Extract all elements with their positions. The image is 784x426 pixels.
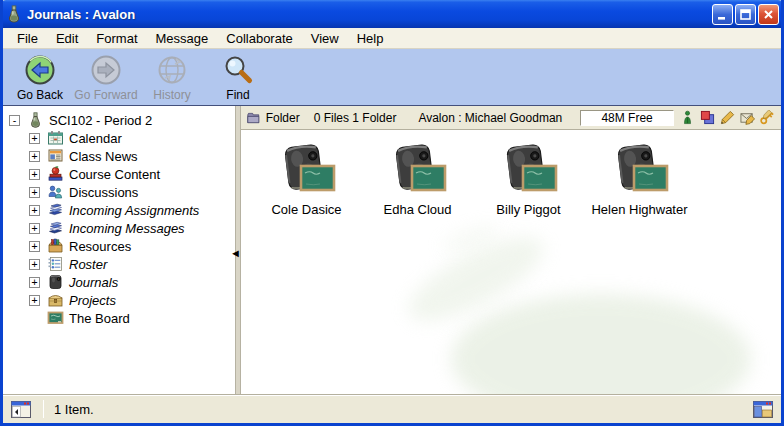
title-bar[interactable]: Journals : Avalon — [0, 0, 784, 28]
calendar-icon — [47, 130, 64, 146]
toggle-detail-pane-icon[interactable] — [753, 401, 773, 418]
folder-counts: 0 Files 1 Folder — [314, 111, 397, 125]
maximize-icon — [739, 8, 752, 21]
tree-item[interactable]: + Resources — [3, 237, 235, 255]
journal-book-icon — [500, 144, 558, 196]
close-icon — [762, 8, 775, 21]
free-space-indicator: 48M Free — [580, 110, 674, 126]
menu-item[interactable]: View — [302, 29, 348, 48]
tree-item[interactable]: + Projects — [3, 291, 235, 309]
journal-item[interactable]: Helen Highwater — [584, 144, 695, 217]
expand-icon[interactable]: + — [29, 151, 40, 162]
menu-item[interactable]: File — [8, 29, 47, 48]
course-icon — [47, 166, 64, 182]
tree-root-label: SCI102 - Period 2 — [49, 113, 152, 128]
close-button[interactable] — [758, 4, 779, 25]
news-icon — [47, 148, 64, 164]
menu-item[interactable]: Collaborate — [217, 29, 302, 48]
messages-icon — [47, 220, 64, 236]
journal-book-icon — [611, 144, 669, 196]
journal-book-icon — [389, 144, 447, 196]
header-action-icons — [680, 110, 775, 125]
tree-item[interactable]: + Discussions — [3, 183, 235, 201]
tree-item[interactable]: + Roster — [3, 255, 235, 273]
toolbar-button[interactable]: Find — [205, 51, 271, 105]
tree-item[interactable]: + Incoming Messages — [3, 219, 235, 237]
expand-icon[interactable]: + — [29, 169, 40, 180]
assignments-icon — [47, 202, 64, 218]
expand-icon[interactable]: + — [29, 223, 40, 234]
menu-item[interactable]: Message — [147, 29, 218, 48]
toolbar-button[interactable]: Go Back — [7, 51, 73, 105]
tree-item[interactable]: The Board — [3, 309, 235, 327]
maximize-button[interactable] — [735, 4, 756, 25]
person-icon[interactable] — [680, 110, 695, 125]
find-icon — [222, 54, 254, 86]
collapse-icon[interactable]: - — [9, 115, 20, 126]
app-flask-icon — [5, 5, 23, 23]
projects-icon — [47, 292, 64, 308]
journal-book-icon — [278, 144, 336, 196]
toolbar-button: Go Forward — [73, 51, 139, 105]
class-tree: - SCI102 - Period 2 + Calendar + Class N… — [3, 106, 235, 394]
item-count: 1 Item. — [54, 402, 94, 417]
status-divider — [43, 400, 44, 418]
history-icon — [156, 54, 188, 86]
folder-header: Folder 0 Files 1 Folder Avalon : Michael… — [241, 106, 781, 130]
forward-icon — [90, 54, 122, 86]
tree-item[interactable]: + Course Content — [3, 165, 235, 183]
expand-icon[interactable]: + — [29, 133, 40, 144]
folder-content[interactable]: Cole Dasice Edha Cloud Billy Piggot Hele… — [241, 130, 781, 394]
layers-icon[interactable] — [700, 110, 715, 125]
window-title: Journals : Avalon — [27, 7, 712, 22]
menu-item[interactable]: Format — [87, 29, 146, 48]
board-icon — [47, 310, 64, 326]
menu-item[interactable]: Edit — [47, 29, 87, 48]
journal-item[interactable]: Cole Dasice — [251, 144, 362, 217]
compose-icon[interactable] — [740, 110, 755, 125]
pencil-icon[interactable] — [720, 110, 735, 125]
journal-icon — [47, 274, 64, 290]
toggle-tree-pane-icon[interactable] — [11, 401, 31, 418]
journal-item[interactable]: Edha Cloud — [362, 144, 473, 217]
key-icon[interactable] — [760, 110, 775, 125]
discussions-icon — [47, 184, 64, 200]
back-icon — [24, 54, 56, 86]
folder-label: Folder — [266, 111, 300, 125]
flask-icon — [27, 112, 44, 128]
toolbar-button: History — [139, 51, 205, 105]
status-bar: 1 Item. — [3, 394, 781, 423]
tree-item[interactable]: + Journals — [3, 273, 235, 291]
tree-item[interactable]: + Incoming Assignments — [3, 201, 235, 219]
expand-icon[interactable]: + — [29, 241, 40, 252]
tree-root[interactable]: - SCI102 - Period 2 — [3, 111, 235, 129]
app-window: Journals : Avalon FileEditFormatMessageC… — [0, 0, 784, 426]
minimize-icon — [716, 8, 729, 21]
expand-icon[interactable]: + — [29, 277, 40, 288]
expand-icon[interactable]: + — [29, 187, 40, 198]
tree-item[interactable]: + Calendar — [3, 129, 235, 147]
journal-item[interactable]: Billy Piggot — [473, 144, 584, 217]
roster-icon — [47, 256, 64, 272]
folder-owner: Avalon : Michael Goodman — [418, 111, 562, 125]
toolbar: Go Back Go Forward History Find — [3, 49, 781, 106]
expand-icon[interactable]: + — [29, 259, 40, 270]
expand-icon[interactable]: + — [29, 295, 40, 306]
minimize-button[interactable] — [712, 4, 733, 25]
menu-item[interactable]: Help — [348, 29, 393, 48]
expand-icon[interactable]: + — [29, 205, 40, 216]
tree-item[interactable]: + Class News — [3, 147, 235, 165]
collapse-pane-arrow[interactable]: ◄ — [230, 248, 241, 259]
resources-icon — [47, 238, 64, 254]
menu-bar: FileEditFormatMessageCollaborateViewHelp — [3, 28, 781, 49]
folder-icon — [247, 111, 260, 125]
